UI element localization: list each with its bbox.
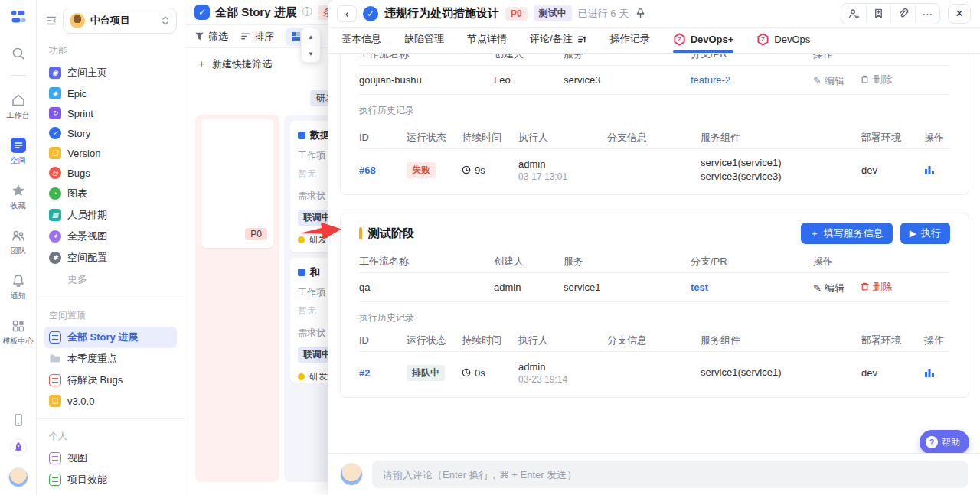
workflow-row: goujian-bushu Leo service3 feature-2 ✎编辑… [359,66,950,95]
rail-item-favorites[interactable]: 收藏 [11,183,26,211]
trash-icon [860,282,870,291]
sidebar-item-open-bugs[interactable]: 待解决 Bugs [44,370,177,391]
sidebar-item-epic[interactable]: ◈ Epic [44,83,177,103]
scroll-up-button[interactable]: ▲ [302,28,320,45]
close-icon[interactable]: ✕ [948,4,971,24]
edit-button[interactable]: ✎编辑 [813,74,844,88]
tab-activity-log[interactable]: 操作记录 [610,32,650,53]
add-member-icon[interactable] [841,4,866,24]
issue-header: ‹ ✓ 违规行为处罚措施设计 P0 测试中 已进行 6 天 ⋯ ✕ [328,0,980,28]
tab-node-details[interactable]: 节点详情 [467,32,507,53]
tab-basic-info[interactable]: 基本信息 [341,32,381,53]
devops-icon: Z [673,33,686,46]
bookmark-icon[interactable] [866,4,890,24]
sidebar-item-views[interactable]: 视图 [44,448,177,469]
view-list-icon [49,474,61,486]
rail-divider [10,75,27,76]
people-icon [11,228,26,243]
sidebar-item-space-config[interactable]: ✱ 空间配置 [44,247,177,269]
sidebar-item-project-efficiency[interactable]: 项目效能 [44,469,177,490]
rail-item-workbench[interactable]: 工作台 [7,93,30,121]
test-stage-card: 测试阶段 ＋填写服务信息 ▶执行 工作流名称创建人 服务分支/PR 操作 qa … [340,213,969,398]
sidebar-item-staffing[interactable]: ▦ 人员排期 [44,204,177,226]
comment-input[interactable] [372,461,968,488]
sidebar-item-bugs[interactable]: ◎ Bugs [44,163,177,183]
sidebar-item-panorama[interactable]: ✦ 全景视图 [44,226,177,247]
comment-sort-icon [577,34,587,44]
workspace-selector[interactable]: 中台项目 [63,8,177,34]
rail-item-templates[interactable]: 模板中心 [3,318,34,347]
sidebar-item-version[interactable]: ❏ Version [44,143,177,163]
scroll-down-button[interactable]: ▼ [302,45,320,62]
fill-service-info-button[interactable]: ＋填写服务信息 [801,223,893,244]
sort-button[interactable]: 排序 [240,30,274,44]
svg-text:Z: Z [678,36,681,43]
filter-button[interactable]: 筛选 [194,30,228,44]
stage-title: 测试阶段 [368,226,414,241]
pinned-section-label: 空间置顶 [49,309,174,322]
help-button[interactable]: ? 帮助 [920,430,969,454]
pencil-icon: ✎ [813,282,822,294]
template-grid-icon [11,318,26,334]
sidebar-item-v300[interactable]: ❏ v3.0.0 [44,391,177,411]
rail-item-space[interactable]: 空间 [11,138,26,166]
sidebar-item-all-story-progress[interactable]: 全部 Story 进展 [44,327,177,348]
duration-text: 已进行 6 天 [578,7,629,21]
workspace-name: 中台项目 [90,14,155,28]
kanban-column-p0: P0 [195,115,279,482]
tab-defect-management[interactable]: 缺陷管理 [404,32,444,53]
workflow-row: qa admin service1 test ✎编辑 删除 [359,273,950,302]
run-chart-icon[interactable] [924,367,935,378]
story-bullet-icon [298,269,305,276]
priority-chip: P0 [245,228,267,240]
mobile-app-icon[interactable] [11,412,26,428]
sidebar-item-charts[interactable]: ◔ 图表 [44,183,177,204]
branch-link[interactable]: test [691,282,813,293]
run-id-link[interactable]: #2 [359,367,407,379]
tab-devops-plus[interactable]: Z DevOps+ [673,33,734,53]
run-status-badge: 排队中 [407,365,445,381]
run-chart-icon[interactable] [924,164,935,175]
rocket-icon[interactable] [9,438,28,457]
view-list-icon [49,374,61,386]
workspace-avatar [70,13,85,28]
issue-tabs: 基本信息 缺陷管理 节点详情 评论/备注 操作记录 Z DevOps+ Z De… [328,28,980,54]
star-icon [11,183,26,198]
run-button[interactable]: ▶执行 [900,223,950,244]
user-avatar[interactable] [8,467,28,487]
folder-icon [49,353,61,365]
red-annotation-arrow [299,217,343,242]
sidebar-item-quarter-focus[interactable]: 本季度重点 [44,348,177,370]
more-actions-icon[interactable]: ⋯ [915,4,939,24]
tab-comments[interactable]: 评论/备注 [530,32,587,53]
app-logo[interactable] [9,8,28,26]
edit-button[interactable]: ✎编辑 [813,282,844,295]
issue-title: 违规行为处罚措施设计 [384,6,499,21]
nav-rail: 工作台 空间 收藏 团队 通知 模板中心 [0,0,37,495]
sidebar-more[interactable]: 更多 [44,269,177,290]
branch-link[interactable]: feature-2 [691,74,813,86]
rail-item-notifications[interactable]: 通知 [11,273,26,301]
pin-icon[interactable] [635,8,646,19]
space-config-icon: ✱ [49,252,61,264]
sidebar-item-story[interactable]: ✓ Story [44,123,177,143]
status-badge[interactable]: 测试中 [534,5,572,21]
priority-badge[interactable]: P0 [505,7,528,21]
collapse-sidebar-icon[interactable] [44,14,58,28]
info-icon[interactable]: ⓘ [302,5,312,19]
delete-button[interactable]: 删除 [860,73,893,86]
stage-dot-icon [298,373,305,380]
kanban-card[interactable]: P0 [201,119,273,248]
search-icon[interactable] [11,46,26,61]
run-id-link[interactable]: #68 [359,164,407,176]
chevron-updown-icon [161,15,170,26]
space-home-icon: ◉ [49,67,61,79]
back-button[interactable]: ‹ [337,5,357,22]
sidebar-item-space-home[interactable]: ◉ 空间主页 [44,62,177,83]
rail-item-team[interactable]: 团队 [11,228,26,256]
version-icon: ❏ [49,395,61,407]
sidebar-item-sprint[interactable]: ↻ Sprint [44,103,177,123]
delete-button[interactable]: 删除 [860,280,893,294]
link-icon[interactable] [890,4,915,24]
tab-devops[interactable]: Z DevOps [756,33,810,53]
